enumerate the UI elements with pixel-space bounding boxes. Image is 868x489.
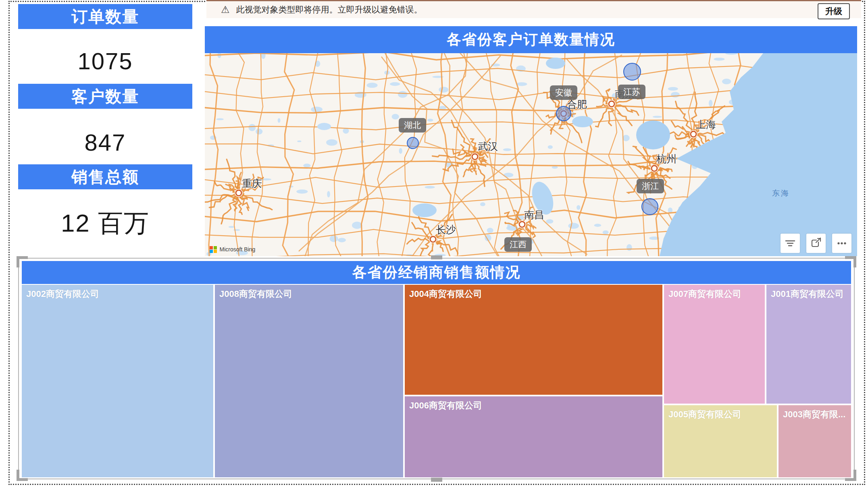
treemap-cell-label: J002商贸有限公司 <box>22 285 213 303</box>
kpi-card-title: 客户数量 <box>18 84 192 109</box>
resize-handle-bottom-right[interactable] <box>845 470 856 481</box>
map-visual[interactable]: 各省份客户订单数量情况 重庆长沙武汉南昌合肥南京杭州上海安徽江苏湖北浙江江西东海… <box>205 26 857 256</box>
microsoft-logo-icon <box>210 246 217 253</box>
province-label-pill: 江西 <box>504 237 532 252</box>
resize-handle-top-right[interactable] <box>845 256 856 267</box>
city-marker <box>472 153 479 160</box>
province-label-pill: 江苏 <box>618 85 645 99</box>
map-title: 各省份客户订单数量情况 <box>205 26 857 53</box>
kpi-card-title: 订单数量 <box>18 4 192 29</box>
province-label-pill: 浙江 <box>637 179 664 193</box>
treemap-cell[interactable]: J002商贸有限公司 <box>22 285 213 477</box>
visual-toolbar <box>781 234 851 253</box>
treemap-cell[interactable]: J003商贸有限... <box>778 405 851 477</box>
treemap-title: 各省份经销商销售额情况 <box>22 261 851 284</box>
more-options-icon <box>836 237 848 249</box>
city-marker <box>690 131 697 138</box>
map-attribution-text: Microsoft Bing <box>220 246 256 253</box>
city-marker <box>519 221 526 228</box>
resize-handle-bottom-center[interactable] <box>431 478 442 482</box>
sea-label: 东海 <box>772 188 790 199</box>
order-quantity-bubble[interactable] <box>407 137 419 149</box>
resize-handle-bottom-left[interactable] <box>17 470 28 481</box>
order-quantity-bubble[interactable] <box>623 63 641 81</box>
focus-mode-icon <box>810 237 822 249</box>
filter-icon <box>784 237 796 249</box>
upgrade-button[interactable]: 升级 <box>818 3 850 19</box>
deprecation-warning-banner: ⚠ 此视觉对象类型即将停用。立即升级以避免错误。 升级 <box>206 0 861 18</box>
focus-mode-button[interactable] <box>806 234 826 253</box>
province-label-pill: 安徽 <box>550 85 577 100</box>
kpi-card-title: 销售总额 <box>18 164 192 189</box>
kpi-card-value: 847 <box>18 129 192 156</box>
city-marker <box>430 236 437 243</box>
map-attribution: Microsoft Bing <box>210 246 255 253</box>
treemap-cell[interactable]: J006商贸有限公司 <box>405 396 662 477</box>
city-label: 长沙 <box>436 223 456 236</box>
resize-handle-top-center[interactable] <box>431 255 442 259</box>
treemap-cell-label: J007商贸有限公司 <box>664 285 765 303</box>
warning-icon: ⚠ <box>221 5 230 15</box>
order-quantity-bubble[interactable] <box>556 106 571 121</box>
treemap-cell[interactable]: J001商贸有限公司 <box>766 285 851 404</box>
treemap-cell-label: J006商贸有限公司 <box>405 396 662 415</box>
treemap-cell-label: J001商贸有限公司 <box>766 285 851 303</box>
map-basemap <box>205 53 857 256</box>
kpi-card-value: 1075 <box>18 48 192 75</box>
resize-handle-top-left[interactable] <box>17 256 28 267</box>
kpi-card-value: 12 百万 <box>18 206 192 240</box>
treemap-cell-label: J004商贸有限公司 <box>405 285 662 303</box>
more-options-button[interactable] <box>832 234 851 253</box>
city-marker <box>651 165 658 172</box>
order-quantity-bubble[interactable] <box>641 198 658 215</box>
treemap-cell-label: J003商贸有限... <box>778 405 851 424</box>
treemap-cell[interactable]: J008商贸有限公司 <box>215 285 403 477</box>
city-label: 武汉 <box>478 140 498 153</box>
treemap-cell[interactable]: J005商贸有限公司 <box>664 405 777 477</box>
city-label: 上海 <box>696 118 716 131</box>
city-marker <box>235 190 242 197</box>
map-canvas[interactable]: 重庆长沙武汉南昌合肥南京杭州上海安徽江苏湖北浙江江西东海 Microsoft B… <box>205 53 857 256</box>
filter-button[interactable] <box>781 234 800 253</box>
treemap-cell[interactable]: J007商贸有限公司 <box>664 285 765 404</box>
treemap-cell-label: J005商贸有限公司 <box>664 405 777 424</box>
province-label-pill: 湖北 <box>399 118 426 133</box>
treemap-cells: J002商贸有限公司J008商贸有限公司J004商贸有限公司J006商贸有限公司… <box>22 285 851 477</box>
report-page: 订单数量1075客户数量847销售总额12 百万 ⚠ 此视觉对象类型即将停用。立… <box>0 0 868 489</box>
city-label: 杭州 <box>656 152 676 166</box>
treemap-cell-label: J008商贸有限公司 <box>215 285 403 303</box>
treemap-cell[interactable]: J004商贸有限公司 <box>405 285 662 395</box>
warning-text: 此视觉对象类型即将停用。立即升级以避免错误。 <box>236 4 423 15</box>
treemap-visual[interactable]: 各省份经销商销售额情况 J002商贸有限公司J008商贸有限公司J004商贸有限… <box>18 258 855 479</box>
city-label: 重庆 <box>242 177 262 190</box>
city-marker <box>608 101 615 108</box>
city-label: 南昌 <box>524 208 544 222</box>
